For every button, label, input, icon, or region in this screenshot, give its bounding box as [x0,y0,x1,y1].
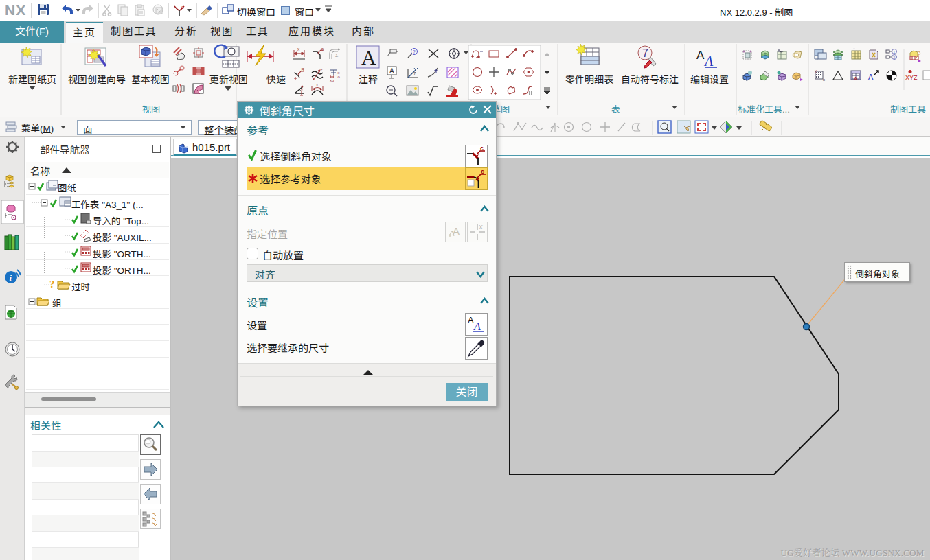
svg-text:7: 7 [413,71,416,75]
svg-text:X: X [479,224,483,231]
svg-text:c: c [481,168,484,175]
svg-text:x: x [823,78,825,82]
svg-text:+: + [320,67,323,71]
svg-text:x: x [316,82,319,87]
svg-text:c: c [181,5,184,10]
svg-text:A: A [389,67,394,75]
svg-text:A: A [854,75,858,82]
svg-text:A: A [361,46,376,69]
svg-text:2: 2 [893,56,895,60]
svg-text:A: A [703,54,714,69]
svg-text:c: c [480,145,484,152]
svg-text:7: 7 [642,47,648,59]
svg-text:1: 1 [893,50,895,54]
svg-text:?: ? [413,49,416,54]
svg-text:o: o [338,75,341,79]
svg-text:xo: xo [330,78,334,82]
svg-text:R: R [302,67,305,72]
svg-text:A: A [696,49,705,62]
svg-text:i: i [10,272,12,283]
svg-text:XYZ: XYZ [905,74,918,81]
svg-text:Σ: Σ [335,53,339,58]
svg-text:x: x [297,47,300,51]
svg-text:A: A [468,315,474,325]
svg-text:A: A [868,73,874,81]
svg-text:A: A [473,320,481,332]
